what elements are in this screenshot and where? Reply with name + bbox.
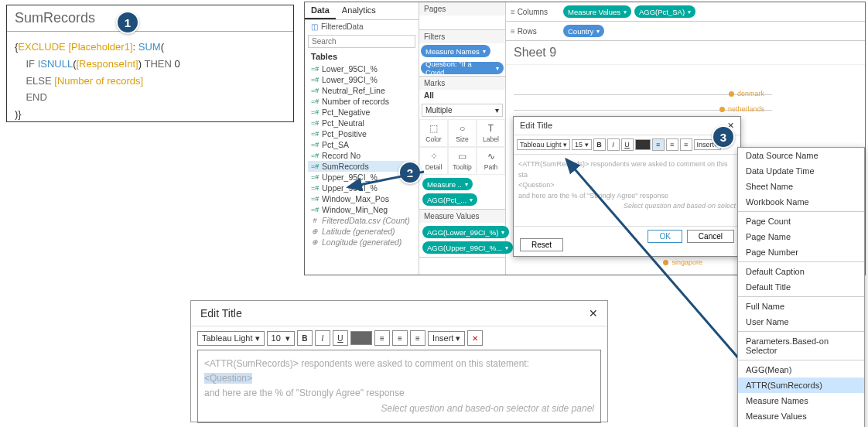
marks-size[interactable]: ○Size — [448, 119, 477, 147]
font-select[interactable]: Tableau Light ▾ — [517, 139, 570, 150]
insert-item-parameters-based-on-selector[interactable]: Parameters.Based-on Selector — [738, 333, 864, 358]
field-upper-99ci-[interactable]: =#Upper_99CI_% — [308, 183, 415, 193]
pill-agg-lower-99ci-[interactable]: AGG(Lower_99CI_%) — [422, 226, 509, 238]
title-editor[interactable]: <ATTR(SumRecords)> respondents were aske… — [197, 350, 601, 423]
bold-button[interactable]: B — [297, 330, 313, 346]
calc-formula[interactable]: {EXCLUDE [Placeholder1]: SUM( IF ISNULL(… — [7, 32, 293, 132]
columns-shelf[interactable]: Columns Measure ValuesAGG(Pct_SA) — [506, 2, 865, 22]
field-icon: =# — [311, 130, 319, 138]
marks-color[interactable]: ⬚Color — [419, 119, 448, 147]
align-left-button[interactable]: ≡ — [374, 330, 390, 346]
size-select[interactable]: 15 ▾ — [572, 139, 592, 150]
field-window-min-neg[interactable]: =#Window_Min_Neg — [308, 204, 415, 215]
insert-item-user-name[interactable]: User Name — [738, 314, 864, 330]
field-pct-positive[interactable]: =#Pct_Positive — [308, 128, 415, 139]
title-toolbar: Tableau Light ▾ 15 ▾ B I U ≡ ≡ ≡ Insert▾ — [514, 135, 740, 155]
italic-button[interactable]: I — [315, 330, 330, 346]
pill-measure-[interactable]: Measure .. — [422, 178, 473, 190]
insert-item-sheet-name[interactable]: Sheet Name — [738, 179, 864, 194]
cards-pane: Pages Filters Measure NamesQuestion: "If… — [419, 2, 506, 275]
field-icon: =# — [311, 97, 319, 105]
calc-editor: SumRecords {EXCLUDE [Placeholder1]: SUM(… — [6, 5, 294, 122]
insert-item-measure-values[interactable]: Measure Values — [738, 408, 864, 424]
field-pct-neutral[interactable]: =#Pct_Neutral — [308, 118, 415, 128]
field-window-max-pos[interactable]: =#Window_Max_Pos — [308, 193, 415, 204]
align-right-button[interactable]: ≡ — [410, 330, 425, 346]
italic-button[interactable]: I — [607, 138, 620, 151]
insert-dropdown[interactable]: Insert ▾ — [428, 331, 466, 346]
sheet-title[interactable]: Sheet 9 — [506, 41, 865, 65]
field-icon: ⊕ — [311, 238, 319, 246]
ok-button[interactable]: OK — [648, 230, 682, 243]
underline-button[interactable]: U — [621, 138, 634, 151]
insert-item-attr-sumrecords-[interactable]: ATTR(SumRecords) — [738, 377, 864, 393]
title-editor[interactable]: <ATTR(SumRecords)> respondents were aske… — [514, 155, 740, 226]
insert-item-full-name[interactable]: Full Name — [738, 299, 864, 314]
pages-header: Pages — [419, 2, 505, 15]
field-record-no[interactable]: =#Record No — [308, 150, 415, 161]
rows-shelf[interactable]: Rows Country — [506, 22, 865, 41]
insert-item-page-name[interactable]: Page Name — [738, 229, 864, 244]
size-select[interactable]: 10 ▾ — [267, 331, 295, 346]
reset-button[interactable]: Reset — [520, 238, 563, 251]
insert-item-page-count[interactable]: Page Count — [738, 214, 864, 229]
insert-item-measure-names[interactable]: Measure Names — [738, 393, 864, 408]
bold-button[interactable]: B — [593, 138, 606, 151]
insert-item-data-source-name[interactable]: Data Source Name — [738, 148, 864, 163]
color-picker[interactable] — [350, 331, 372, 345]
tables-header: Tables — [305, 50, 419, 63]
field-icon: =# — [311, 76, 319, 84]
tab-data[interactable]: Data — [305, 2, 336, 19]
align-center-button[interactable]: ≡ — [392, 330, 408, 346]
field-filtereddata-csv-count-[interactable]: #FilteredData.csv (Count) — [308, 215, 415, 226]
pill-agg-upper-99ci-[interactable]: AGG(Upper_99CI_%... — [422, 241, 513, 254]
insert-item-agg-mean-[interactable]: AGG(Mean) — [738, 362, 864, 377]
pill-country[interactable]: Country — [563, 25, 604, 37]
pill-agg-pct-[interactable]: AGG(Pct_... — [422, 193, 477, 206]
field-icon: ⊕ — [311, 227, 319, 235]
marks-tooltip[interactable]: ▭Tooltip — [448, 147, 477, 175]
pill-question-if-a-covid-[interactable]: Question: "If a Covid.. — [421, 62, 504, 74]
field-longitude-generated-[interactable]: ⊕Longitude (generated) — [308, 237, 415, 248]
field-latitude-generated-[interactable]: ⊕Latitude (generated) — [308, 226, 415, 237]
step-badge-3: 3 — [712, 125, 735, 149]
insert-item-data-update-time[interactable]: Data Update Time — [738, 163, 864, 179]
datasource-icon: ◫ — [311, 22, 318, 31]
field-icon: =# — [311, 195, 319, 203]
color-picker[interactable] — [635, 139, 651, 150]
measure-values-header: Measure Values — [419, 210, 505, 223]
field-neutral-ref-line[interactable]: =#Neutral_Ref_Line — [308, 85, 415, 96]
tab-analytics[interactable]: Analytics — [336, 2, 382, 19]
insert-item-default-title[interactable]: Default Title — [738, 279, 864, 295]
search-input[interactable] — [308, 35, 415, 48]
underline-button[interactable]: U — [333, 330, 348, 346]
pill-agg-pct-sa-[interactable]: AGG(Pct_SA) — [634, 5, 695, 18]
marks-path[interactable]: ∿Path — [477, 147, 505, 175]
field-icon: =# — [311, 152, 319, 159]
insert-item-default-caption[interactable]: Default Caption — [738, 264, 864, 279]
marks-all[interactable]: All — [419, 90, 505, 101]
marks-detail[interactable]: ⁘Detail — [419, 147, 448, 175]
align-left-button[interactable]: ≡ — [652, 138, 665, 151]
pill-measure-values[interactable]: Measure Values — [563, 5, 631, 18]
pill-measure-names[interactable]: Measure Names — [421, 45, 490, 57]
align-center-button[interactable]: ≡ — [666, 138, 678, 151]
insert-item-placeholder1[interactable]: Placeholder1 — [738, 424, 864, 427]
insert-item-page-number[interactable]: Page Number — [738, 244, 864, 260]
marks-type-select[interactable]: Multiple▾ — [422, 104, 503, 117]
field-lower-99ci-[interactable]: =#Lower_99CI_% — [308, 74, 415, 85]
font-select[interactable]: Tableau Light ▾ — [197, 331, 265, 346]
field-icon: =# — [311, 108, 319, 116]
field-number-of-records[interactable]: =#Number of records — [308, 96, 415, 107]
field-lower-95ci-[interactable]: =#Lower_95CI_% — [308, 63, 415, 74]
calc-name[interactable]: SumRecords — [7, 5, 293, 32]
cancel-button[interactable]: Cancel — [687, 230, 734, 243]
marks-label[interactable]: TLabel — [477, 119, 505, 147]
align-right-button[interactable]: ≡ — [680, 138, 692, 151]
field-pct-sa[interactable]: =#Pct_SA — [308, 139, 415, 150]
insert-item-workbook-name[interactable]: Workbook Name — [738, 194, 864, 210]
datasource-row[interactable]: ◫FilteredData — [305, 20, 419, 33]
close-icon[interactable]: ✕ — [589, 307, 598, 319]
clear-button[interactable]: ✕ — [467, 330, 483, 346]
field-pct-negative[interactable]: =#Pct_Negative — [308, 107, 415, 118]
